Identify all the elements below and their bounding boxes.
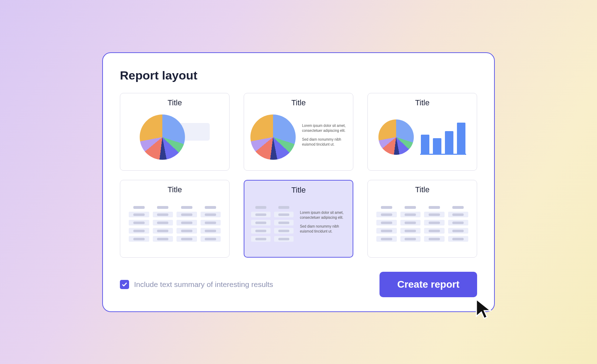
report-layout-panel: Report layout Title Title Lorem ipsum do… bbox=[102, 52, 495, 312]
pie-chart-icon bbox=[140, 115, 185, 160]
card-title: Title bbox=[291, 186, 306, 195]
table-placeholder bbox=[376, 206, 468, 242]
layout-option-pie-label[interactable]: Title bbox=[120, 93, 230, 171]
card-title: Title bbox=[415, 185, 430, 194]
card-title: Title bbox=[168, 98, 182, 107]
placeholder-text: Lorem ipsum dolor sit amet, consectetuer… bbox=[300, 210, 346, 238]
panel-footer: Include text summary of interesting resu… bbox=[120, 272, 477, 297]
placeholder-text: Lorem ipsum dolor sit amet, consectetuer… bbox=[302, 123, 347, 151]
layout-option-table-wide-2[interactable]: Title bbox=[367, 180, 477, 258]
card-title: Title bbox=[415, 98, 430, 107]
create-report-button[interactable]: Create report bbox=[379, 272, 477, 297]
check-icon bbox=[122, 282, 127, 287]
layout-grid: Title Title Lorem ipsum dolor sit amet, … bbox=[120, 93, 477, 258]
cursor-icon bbox=[474, 298, 496, 321]
layout-option-pie-bars[interactable]: Title bbox=[367, 93, 477, 171]
pie-chart-icon bbox=[250, 115, 296, 160]
card-title: Title bbox=[168, 185, 182, 194]
table-placeholder bbox=[251, 206, 294, 242]
include-summary-row[interactable]: Include text summary of interesting resu… bbox=[120, 280, 273, 289]
pie-chart-icon bbox=[378, 119, 414, 155]
layout-option-pie-text[interactable]: Title Lorem ipsum dolor sit amet, consec… bbox=[244, 93, 353, 171]
panel-title: Report layout bbox=[120, 69, 477, 82]
table-placeholder bbox=[129, 206, 221, 242]
layout-option-table-wide[interactable]: Title bbox=[120, 180, 230, 258]
include-summary-label: Include text summary of interesting resu… bbox=[134, 280, 273, 289]
layout-option-table-text[interactable]: Title Lorem ipsum dolor sit amet, consec… bbox=[244, 180, 353, 258]
card-title: Title bbox=[291, 98, 306, 107]
include-summary-checkbox[interactable] bbox=[120, 280, 129, 289]
bar-chart-icon bbox=[420, 119, 466, 155]
